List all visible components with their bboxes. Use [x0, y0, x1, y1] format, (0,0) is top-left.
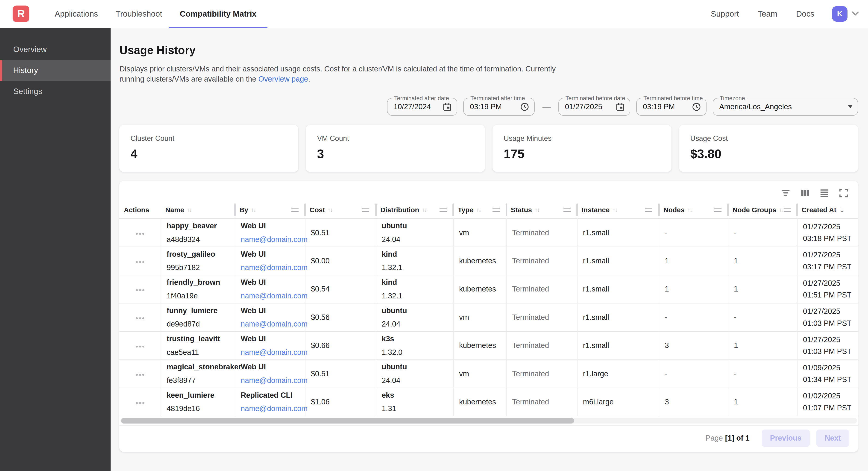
column-header-cost[interactable]: Cost↑↓ [305, 201, 376, 219]
row-actions-button[interactable] [133, 287, 147, 294]
email-link[interactable]: name@domain.com [241, 404, 308, 413]
stat-card-cluster-count: Cluster Count 4 [119, 125, 298, 172]
table-row: keen_lumiere4819de16Replicated CLIname@d… [119, 388, 858, 416]
sidebar-item-history[interactable]: History [0, 60, 111, 81]
density-icon[interactable] [819, 187, 830, 199]
cell-by: Replicated CLIname@domain.com [235, 388, 305, 416]
cell-created-at: 01/27/202501:03 PM PST [797, 303, 858, 331]
column-resize-handle[interactable] [784, 208, 790, 212]
stat-card-vm-count: VM Count 3 [306, 125, 485, 172]
column-header-nodes[interactable]: Nodes↑↓ [659, 201, 728, 219]
column-resize-handle[interactable] [291, 208, 299, 212]
sort-icon: ↑↓ [187, 206, 191, 213]
stat-card-usage-cost: Usage Cost $3.80 [679, 125, 858, 172]
next-page-button[interactable]: Next [816, 430, 849, 447]
column-header-name[interactable]: Name↑↓ [161, 201, 235, 219]
dropdown-caret-icon[interactable] [848, 105, 852, 108]
terminated-before-date-field[interactable]: Terminated before date 01/27/2025 [558, 98, 630, 116]
tab-applications[interactable]: Applications [46, 0, 107, 28]
row-actions-button[interactable] [133, 343, 147, 350]
timezone-select[interactable]: Timezone America/Los_Angeles [713, 98, 858, 116]
column-resize-handle[interactable] [362, 208, 369, 212]
nav-link-docs[interactable]: Docs [796, 9, 814, 19]
email-link[interactable]: name@domain.com [241, 292, 308, 300]
row-actions-button[interactable] [133, 230, 147, 237]
app-window: R Applications Troubleshoot Compatibilit… [0, 0, 868, 471]
replicated-logo[interactable]: R [13, 5, 29, 22]
clock-icon[interactable] [692, 102, 701, 112]
filter-icon[interactable] [780, 187, 791, 199]
distribution-name: eks [382, 391, 447, 400]
horizontal-scrollbar-thumb[interactable] [121, 418, 574, 423]
created-by-source: Web UI [241, 222, 300, 230]
cell-type: kubernetes [453, 247, 506, 275]
column-label: Nodes [663, 206, 685, 214]
column-header-by[interactable]: By↑↓ [235, 201, 305, 219]
column-resize-handle[interactable] [714, 208, 721, 212]
column-header-instance[interactable]: Instance↑↓ [577, 201, 659, 219]
tab-troubleshoot[interactable]: Troubleshoot [107, 0, 171, 28]
column-resize-handle[interactable] [439, 208, 447, 212]
overview-page-link[interactable]: Overview page [258, 75, 308, 83]
distribution-name: ubuntu [382, 306, 447, 315]
cluster-name: funny_lumiere [166, 306, 229, 315]
nav-link-team[interactable]: Team [758, 9, 777, 19]
stat-label: VM Count [317, 134, 474, 143]
cluster-name: friendly_brown [166, 278, 229, 287]
column-label: Distribution [380, 206, 419, 214]
row-actions-button[interactable] [133, 258, 147, 266]
calendar-icon[interactable] [442, 102, 452, 112]
top-nav: R Applications Troubleshoot Compatibilit… [0, 0, 868, 28]
field-label: Terminated after time [468, 95, 527, 101]
email-link[interactable]: name@domain.com [241, 235, 308, 243]
column-header-distribution[interactable]: Distribution↑↓ [376, 201, 453, 219]
column-header-type[interactable]: Type↑↓ [453, 201, 506, 219]
cell-nodes: 3 [659, 332, 728, 360]
sidebar-item-overview[interactable]: Overview [0, 39, 111, 60]
cell-status: Terminated [506, 275, 577, 303]
sidebar-item-settings[interactable]: Settings [0, 81, 111, 101]
cell-cost: $0.66 [305, 332, 376, 360]
cell-instance: r1.small [577, 303, 659, 331]
email-link[interactable]: name@domain.com [241, 376, 308, 385]
user-avatar[interactable]: K [832, 6, 847, 22]
fullscreen-icon[interactable] [838, 187, 849, 199]
email-link[interactable]: name@domain.com [241, 320, 308, 328]
columns-icon[interactable] [799, 187, 810, 199]
nav-link-support[interactable]: Support [711, 9, 739, 19]
email-link[interactable]: name@domain.com [241, 348, 308, 356]
column-header-status[interactable]: Status↑↓ [506, 201, 577, 219]
column-header-node_groups[interactable]: Node Groups↑↓ [728, 201, 797, 219]
column-label: Created At [802, 206, 836, 214]
cell-distribution: kind1.32.1 [376, 275, 453, 303]
table-toolbar [119, 181, 858, 200]
column-resize-handle[interactable] [493, 208, 500, 212]
cell-created-at: 01/27/202501:03 PM PST [797, 332, 858, 360]
email-link[interactable]: name@domain.com [241, 263, 308, 272]
row-actions-button[interactable] [133, 315, 147, 322]
cell-name: keen_lumiere4819de16 [161, 388, 235, 416]
cell-status: Terminated [506, 219, 577, 247]
field-label: Terminated after date [392, 95, 451, 101]
row-actions-button[interactable] [133, 371, 147, 378]
column-header-created_at[interactable]: Created At↓ [797, 201, 858, 219]
tab-compatibility-matrix[interactable]: Compatibility Matrix [175, 0, 262, 28]
previous-page-button[interactable]: Previous [762, 430, 810, 447]
cell-actions [119, 275, 161, 303]
column-label: By [239, 206, 248, 214]
cell-name: funny_lumierede9ed87d [161, 303, 235, 331]
terminated-after-time-field[interactable]: Terminated after time 03:19 PM [463, 98, 535, 116]
cluster-id: a48d9324 [166, 235, 229, 244]
chevron-down-icon[interactable] [851, 11, 859, 17]
terminated-after-date-field[interactable]: Terminated after date 10/27/2024 [387, 98, 457, 116]
cell-distribution: eks1.31 [376, 388, 453, 416]
table-row: funny_lumierede9ed87dWeb UIname@domain.c… [119, 303, 858, 331]
column-resize-handle[interactable] [563, 208, 570, 212]
cell-cost: $0.51 [305, 219, 376, 247]
terminated-before-time-field[interactable]: Terminated before time 03:19 PM [636, 98, 707, 116]
clock-icon[interactable] [520, 102, 529, 112]
calendar-icon[interactable] [616, 102, 625, 112]
column-resize-handle[interactable] [645, 208, 652, 212]
sort-icon: ↑↓ [328, 206, 333, 213]
row-actions-button[interactable] [133, 399, 147, 407]
